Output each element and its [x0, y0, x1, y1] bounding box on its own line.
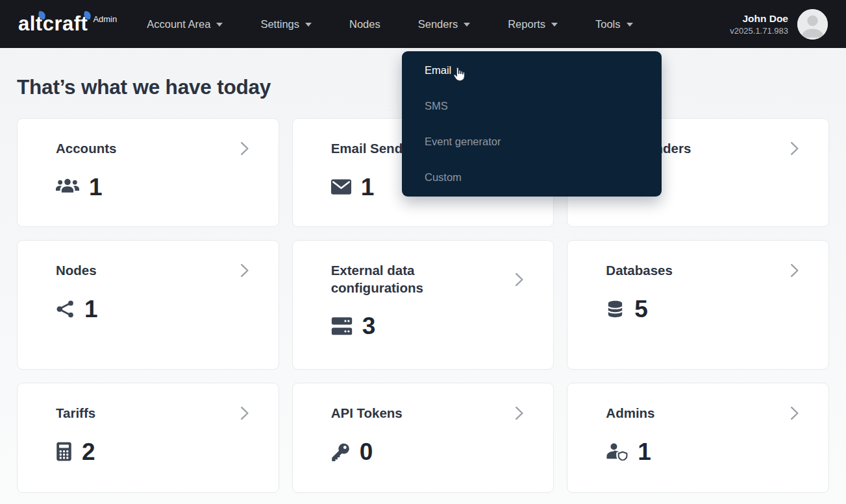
nav-item-reports[interactable]: Reports: [508, 18, 558, 30]
nav-item-label: Reports: [508, 18, 545, 30]
menu-item-event-generator[interactable]: Event generator: [402, 124, 662, 160]
calculator-icon: [56, 442, 72, 461]
chevron-down-icon: [627, 23, 633, 27]
chevron-right-icon: [236, 140, 253, 157]
card-count: 1: [361, 175, 375, 199]
logo-blue-t: t: [36, 14, 43, 35]
navbar: altcraft Admin Account Area Settings Nod…: [0, 0, 846, 48]
card-accounts[interactable]: Accounts 1: [17, 118, 279, 227]
default-avatar-icon: [797, 9, 828, 40]
card-count: 3: [362, 314, 376, 338]
server-icon: [331, 317, 353, 336]
menu-item-label: Custom: [425, 171, 462, 184]
logo-part: al: [18, 14, 36, 35]
avatar[interactable]: [797, 9, 828, 40]
chevron-down-icon: [464, 23, 470, 27]
card-count: 2: [82, 440, 95, 464]
card-title: Tariffs: [56, 405, 95, 422]
menu-item-sms[interactable]: SMS: [402, 88, 662, 124]
nav-item-nodes[interactable]: Nodes: [349, 18, 380, 30]
nav-item-label: Nodes: [349, 18, 380, 30]
app-version: v2025.1.71.983: [730, 26, 788, 36]
menu-item-custom[interactable]: Custom: [402, 160, 662, 195]
menu-item-label: Email: [425, 64, 451, 77]
senders-dropdown-menu: Email SMS Event generator Custom: [402, 51, 662, 197]
card-title: API Tokens: [331, 405, 403, 422]
main-nav: Account Area Settings Nodes Senders Repo…: [147, 18, 632, 30]
nav-item-account-area[interactable]: Account Area: [147, 18, 223, 30]
logo-part: craf: [43, 14, 81, 35]
card-nodes[interactable]: Nodes 1: [17, 240, 279, 370]
user-shield-icon: [606, 442, 628, 461]
users-icon: [56, 178, 79, 195]
chevron-down-icon: [305, 23, 312, 27]
logo-wordmark: altcraft: [18, 14, 88, 35]
chevron-right-icon: [510, 405, 527, 422]
card-count: 1: [84, 297, 98, 321]
nav-item-label: Account Area: [147, 18, 210, 30]
card-title: Nodes: [56, 262, 97, 280]
nav-item-label: Settings: [260, 18, 299, 30]
admin-badge: Admin: [93, 14, 117, 24]
card-count: 1: [89, 175, 103, 199]
card-count: 0: [360, 440, 373, 464]
share-nodes-icon: [56, 300, 75, 318]
nav-item-tools[interactable]: Tools: [595, 18, 633, 30]
user-menu[interactable]: John Doe v2025.1.71.983: [730, 9, 828, 40]
chevron-down-icon: [551, 23, 558, 27]
nav-item-label: Tools: [595, 18, 621, 30]
envelope-icon: [331, 178, 351, 195]
card-title: Databases: [606, 262, 673, 280]
card-tariffs[interactable]: Tariffs 2: [17, 383, 279, 493]
key-icon: [331, 442, 350, 461]
card-admins[interactable]: Admins 1: [567, 383, 829, 493]
user-info: John Doe v2025.1.71.983: [730, 12, 788, 36]
nav-item-senders[interactable]: Senders: [418, 18, 470, 30]
card-count: 5: [634, 297, 648, 321]
chevron-right-icon: [236, 405, 253, 422]
mouse-cursor-icon: [452, 67, 467, 83]
chevron-right-icon: [236, 262, 253, 279]
logo-blue-t: t: [81, 14, 88, 35]
card-databases[interactable]: Databases 5: [567, 240, 829, 370]
chevron-right-icon: [786, 140, 802, 157]
card-title: Admins: [606, 405, 654, 422]
card-api-tokens[interactable]: API Tokens 0: [292, 383, 554, 493]
altcraft-logo[interactable]: altcraft Admin: [18, 14, 117, 35]
database-icon: [606, 299, 625, 319]
nav-item-label: Senders: [418, 18, 458, 30]
card-count: 1: [638, 440, 651, 464]
chevron-right-icon: [786, 405, 802, 422]
card-title: External data configurations: [331, 262, 493, 296]
menu-item-email[interactable]: Email: [402, 53, 662, 88]
card-title: Accounts: [56, 140, 116, 158]
card-external-data-configurations[interactable]: External data configurations 3: [292, 240, 554, 370]
menu-item-label: Event generator: [425, 136, 501, 148]
user-name: John Doe: [730, 12, 788, 26]
chevron-down-icon: [216, 23, 223, 27]
nav-item-settings[interactable]: Settings: [260, 18, 312, 30]
menu-item-label: SMS: [425, 100, 448, 112]
chevron-right-icon: [786, 262, 802, 279]
chevron-right-icon: [510, 271, 527, 288]
